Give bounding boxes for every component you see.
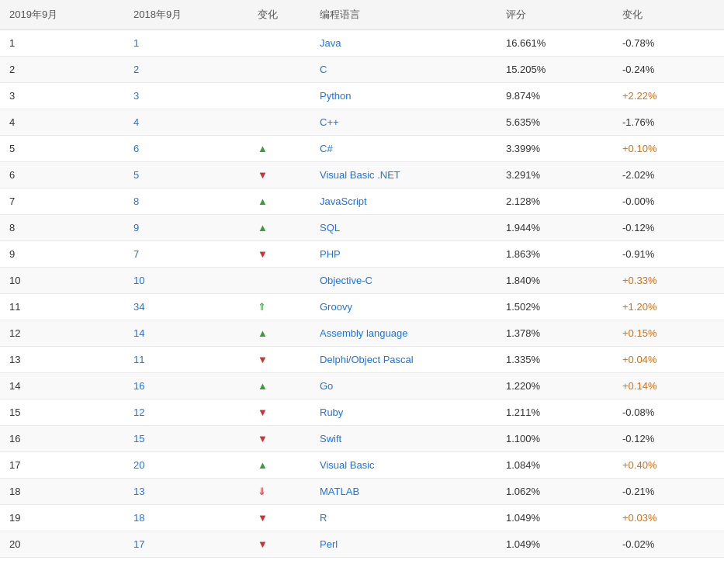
change-arrow: ▼ [248,162,310,189]
change-arrow: ▼ [248,426,310,452]
change-arrow: ▼ [248,505,310,531]
change-arrow: ▲ [248,136,310,162]
change-arrow: ▲ [248,320,310,347]
change-value: -0.12% [613,426,724,452]
language-name: Python [310,83,497,109]
change-arrow: ▼ [248,399,310,426]
table-row: 56▲C#3.399%+0.10% [0,136,724,162]
score-value: 3.399% [497,136,613,162]
change-arrow [248,268,310,294]
score-value: 16.661% [497,30,613,57]
rank-2018: 16 [124,373,248,399]
table-row: 44C++5.635%-1.76% [0,109,724,136]
change-value: +2.22% [613,83,724,109]
score-value: 1.502% [497,294,613,320]
rank-2018: 9 [124,215,248,241]
rank-2018: 11 [124,347,248,373]
rank-2018: 17 [124,531,248,558]
rank-2019: 5 [0,136,124,162]
score-value: 1.863% [497,241,613,268]
change-value: -0.08% [613,399,724,426]
language-name: Perl [310,531,497,558]
rank-2018: 15 [124,426,248,452]
rank-2018: 12 [124,399,248,426]
change-arrow: ⇓ [248,479,310,505]
score-value: 5.635% [497,109,613,136]
score-value: 1.220% [497,373,613,399]
rank-2018: 7 [124,241,248,268]
rank-2019: 17 [0,452,124,479]
table-row: 2017▼Perl1.049%-0.02% [0,531,724,558]
table-row: 1720▲Visual Basic1.084%+0.40% [0,452,724,479]
score-value: 1.100% [497,426,613,452]
down-arrow-icon: ▼ [258,538,268,550]
rank-2018: 20 [124,452,248,479]
change-value: -0.24% [613,57,724,83]
table-row: 1813⇓MATLAB1.062%-0.21% [0,479,724,505]
rank-2019: 14 [0,373,124,399]
rank-2018: 10 [124,268,248,294]
rank-2018: 2 [124,57,248,83]
rank-2018: 6 [124,136,248,162]
rank-2019: 11 [0,294,124,320]
down-arrow-icon: ▼ [258,169,268,181]
score-value: 1.840% [497,268,613,294]
rank-2019: 15 [0,399,124,426]
header-rank2019: 2019年9月 [0,0,124,30]
rank-2018: 5 [124,162,248,189]
up-arrow-icon: ▲ [258,143,268,154]
down-arrow-icon: ▼ [258,512,268,524]
table-row: 1311▼Delphi/Object Pascal1.335%+0.04% [0,347,724,373]
change-value: +0.03% [613,505,724,531]
header-change: 变化 [248,0,310,30]
language-name: Objective-C [310,268,497,294]
change-value: -0.00% [613,189,724,215]
header-score: 评分 [497,0,613,30]
rank-2018: 4 [124,109,248,136]
score-value: 3.291% [497,162,613,189]
language-name: C# [310,136,497,162]
header-rank2018: 2018年9月 [124,0,248,30]
rank-2019: 3 [0,83,124,109]
rank-2019: 4 [0,109,124,136]
header-change2: 变化 [613,0,724,30]
score-value: 1.335% [497,347,613,373]
language-name: Swift [310,426,497,452]
rank-2019: 18 [0,479,124,505]
language-name: Groovy [310,294,497,320]
rank-2019: 10 [0,268,124,294]
language-name: Ruby [310,399,497,426]
rank-2018: 1 [124,30,248,57]
down-arrow-icon: ▼ [258,248,268,260]
change-arrow [248,109,310,136]
table-row: 78▲JavaScript2.128%-0.00% [0,189,724,215]
change-value: +1.20% [613,294,724,320]
rank-2019: 16 [0,426,124,452]
header-language: 编程语言 [310,0,497,30]
change-value: +0.33% [613,268,724,294]
table-row: 33Python9.874%+2.22% [0,83,724,109]
language-name: Assembly language [310,320,497,347]
table-row: 1010Objective-C1.840%+0.33% [0,268,724,294]
change-arrow: ▲ [248,452,310,479]
score-value: 1.049% [497,531,613,558]
table-row: 1416▲Go1.220%+0.14% [0,373,724,399]
rank-2018: 34 [124,294,248,320]
change-value: -2.02% [613,162,724,189]
change-value: -0.78% [613,30,724,57]
change-value: -0.21% [613,479,724,505]
rank-2018: 13 [124,479,248,505]
rank-2019: 7 [0,189,124,215]
down-arrow-icon: ▼ [258,433,268,444]
change-arrow: ▲ [248,189,310,215]
table-row: 22C15.205%-0.24% [0,57,724,83]
rank-2019: 8 [0,215,124,241]
down-arrow-icon: ▼ [258,406,268,418]
language-name: Go [310,373,497,399]
change-value: +0.40% [613,452,724,479]
language-name: C [310,57,497,83]
language-name: C++ [310,109,497,136]
table-row: 1918▼R1.049%+0.03% [0,505,724,531]
change-value: +0.04% [613,347,724,373]
table-row: 1134⇑Groovy1.502%+1.20% [0,294,724,320]
